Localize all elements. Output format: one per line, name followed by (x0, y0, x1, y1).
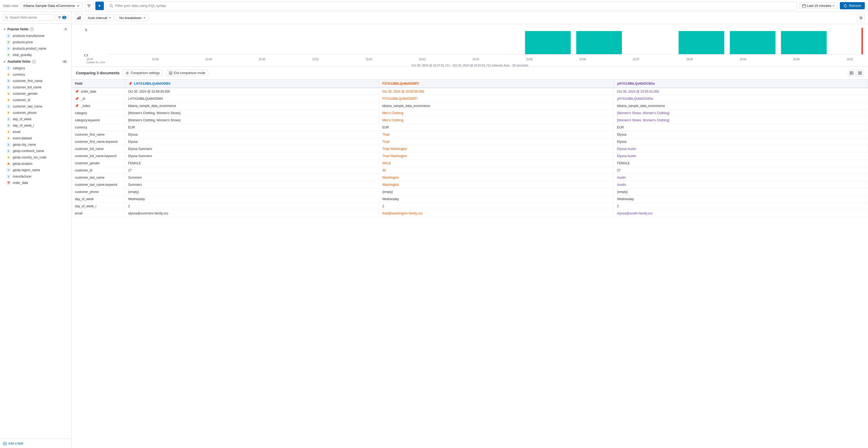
field-cell: category (72, 110, 125, 117)
available-field-customer-id[interactable]: k customer_id (0, 97, 71, 103)
popular-field-product-name[interactable]: t products.product_name (0, 45, 71, 52)
svg-rect-2 (802, 4, 806, 7)
field-name: event.dataset (13, 136, 32, 140)
field-type-badge: # (6, 40, 11, 44)
popular-fields-section[interactable]: ▼ Popular fields i 4 (0, 26, 71, 33)
available-field-event-dataset[interactable]: k event.dataset (0, 135, 71, 141)
available-field-manufacturer[interactable]: t manufacturer (0, 173, 71, 180)
available-fields-list: t category k currency t customer_first_n… (0, 65, 71, 186)
available-info-icon[interactable]: i (32, 60, 36, 63)
doc3-value-cell: yH7A3JIBtLQv6bIOC8Go (614, 95, 868, 102)
doc3-value-cell: Austin (614, 174, 868, 181)
available-field-currency[interactable]: k currency (0, 71, 71, 78)
field-name: geoip.country_iso_code (13, 156, 46, 159)
sidebar-footer: Add a field (0, 439, 71, 448)
add-filter-button[interactable]: + (95, 2, 104, 10)
table-row: currency EUR EUR EUR (72, 124, 868, 131)
comparison-area: Comparing 3 documents Comparison setting… (72, 67, 868, 448)
table-row: category [Women's Clothing, Women's Shoe… (72, 110, 868, 117)
available-field-email[interactable]: k email (0, 129, 71, 135)
available-field-geoip-country[interactable]: k geoip.country_iso_code (0, 154, 71, 161)
available-field-geoip-city[interactable]: t geoip.city_name (0, 141, 71, 148)
doc3-value-cell: FEMALE (614, 160, 868, 167)
exit-comparison-button[interactable]: Exit comparison mode (166, 70, 209, 76)
available-field-geoip-location[interactable]: ⊕ geoip.location (0, 161, 71, 167)
breakdown-selector[interactable]: No breakdown (116, 14, 149, 21)
field-type-badge: t (6, 85, 11, 90)
field-type-badge: k (6, 72, 11, 77)
field-cell: customer_last_name.keyword (72, 181, 125, 188)
field-type-badge: t (6, 149, 11, 153)
doc2-value-cell: Men's Clothing (379, 117, 614, 124)
sidebar-search-bar: 0 (0, 12, 71, 24)
field-cell: customer_full_name.keyword (72, 152, 125, 160)
table-row: customer_id 27 30 27 (72, 167, 868, 174)
field-search-input[interactable] (3, 14, 54, 21)
doc1-value-cell: [Women's Clothing, Women's Shoes] (125, 117, 379, 124)
table-view-button[interactable] (848, 69, 855, 77)
interval-label: Auto interval (88, 16, 107, 20)
field-type-badge: # (6, 53, 11, 57)
available-field-customer-last-name[interactable]: t customer_last_name (0, 103, 71, 110)
doc2-value-cell: 30 (379, 167, 614, 174)
kql-input-field[interactable] (115, 4, 794, 8)
field-cell: customer_last_name (72, 174, 125, 181)
available-field-customer-first-name[interactable]: t customer_first_name (0, 78, 71, 84)
field-cell: currency (72, 124, 125, 131)
doc1-value-cell: Elyssa Summers (125, 152, 379, 160)
field-type-badge: t (6, 142, 11, 147)
available-field-customer-full-name[interactable]: t customer_full_name (0, 84, 71, 91)
available-fields-section[interactable]: ▼ Available fields i 45 (0, 58, 71, 65)
field-cell: 📌 _id (72, 95, 125, 102)
field-search-text[interactable] (10, 16, 52, 20)
available-field-customer-gender[interactable]: k customer_gender (0, 91, 71, 97)
field-cell: day_of_week (72, 196, 125, 203)
available-field-order-date[interactable]: 📅 order_date (0, 180, 71, 186)
sidebar: 0 ▼ Popular fields i 4 t products.manufa… (0, 12, 72, 448)
available-field-customer-phone[interactable]: k customer_phone (0, 110, 71, 116)
table-row: customer_last_name Summers Washington Au… (72, 174, 868, 181)
table-row: 📌 order_date Oct 30, 2024 @ 15:58:34.000… (72, 88, 868, 95)
field-type-badge: t (6, 117, 11, 121)
field-type-badge: t (6, 168, 11, 172)
chart-toggle-button[interactable] (75, 14, 83, 22)
popular-field-price[interactable]: # products.price (0, 39, 71, 45)
field-name: customer_phone (13, 111, 36, 115)
available-field-geoip-continent[interactable]: t geoip.continent_name (0, 148, 71, 154)
field-name: email (13, 130, 21, 134)
filter-button[interactable] (85, 2, 93, 10)
sidebar-filter-badge[interactable]: 0 (56, 14, 69, 21)
doc3-value-cell: Austin (614, 181, 868, 188)
popular-field-total-quantity[interactable]: # total_quantity (0, 52, 71, 58)
field-cell: customer_gender (72, 160, 125, 167)
histogram-chart: 1 0 (76, 26, 864, 58)
pin-indicator: 📌 (75, 97, 79, 101)
popular-field-manufacturer[interactable]: t products.manufacturer (0, 33, 71, 39)
comparison-settings-button[interactable]: Comparison settings (123, 70, 162, 76)
available-field-category[interactable]: t category (0, 65, 71, 71)
field-name: geoip.city_name (13, 143, 36, 146)
available-field-day-of-week-i[interactable]: # day_of_week_i (0, 123, 71, 129)
time-picker[interactable]: Last 15 minutes (799, 2, 838, 9)
table-row: category.keyword [Women's Clothing, Wome… (72, 117, 868, 124)
field-cell: 📌 _index (72, 102, 125, 110)
refresh-label: Refresh (849, 4, 861, 8)
svg-point-6 (5, 16, 7, 18)
popular-fields-list: t products.manufacturer # products.price… (0, 33, 71, 58)
doc3-value-cell: Elyssa Austin (614, 145, 868, 152)
refresh-button[interactable]: Refresh (840, 2, 865, 9)
field-type-badge: 📅 (6, 181, 11, 185)
kql-search-bar[interactable] (106, 2, 797, 10)
dataset-selector[interactable]: Kibana Sample Data eCommerce (21, 2, 83, 9)
available-field-geoip-region[interactable]: t geoip.region_name (0, 167, 71, 173)
add-field-button[interactable]: Add a field (3, 442, 68, 445)
popular-info-icon[interactable]: i (30, 27, 34, 31)
single-view-button[interactable] (856, 69, 864, 77)
filter-count: 0 (62, 16, 66, 19)
pin-indicator: 📌 (75, 90, 79, 94)
available-field-day-of-week[interactable]: t day_of_week (0, 116, 71, 123)
doc3-value-cell: 27 (614, 167, 868, 174)
interval-selector[interactable]: Auto interval (85, 14, 114, 21)
chart-icon (77, 16, 81, 20)
chart-settings-button[interactable] (857, 14, 865, 22)
